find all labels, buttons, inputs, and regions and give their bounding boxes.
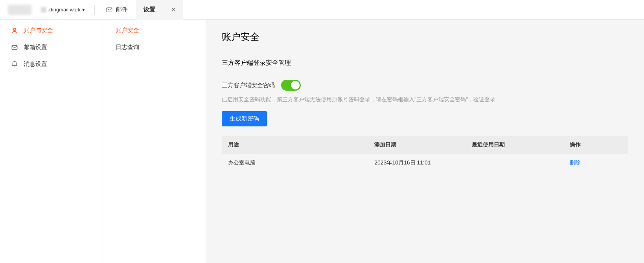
mail-icon (106, 6, 113, 13)
subnav-item-account-security[interactable]: 账户安全 (103, 22, 206, 39)
sidebar-secondary: 账户安全 日志查询 (103, 20, 206, 263)
th-purpose: 用途 (222, 136, 368, 154)
secure-password-toggle-row: 三方客户端安全密码 (222, 80, 628, 91)
svg-rect-0 (107, 7, 112, 12)
tab-mail[interactable]: 邮件 (98, 0, 136, 20)
table-row: 办公室电脑 2023年10月16日 11:01 删除 (222, 154, 628, 172)
tab-settings[interactable]: 设置 (136, 0, 163, 20)
cell-action: 删除 (563, 154, 628, 172)
cell-added: 2023年10月16日 11:01 (368, 154, 466, 172)
subnav-label: 账户安全 (116, 27, 139, 33)
main-layout: 账户与安全 邮箱设置 消息设置 账户安全 日志查询 账户安全 三方客户端登录安全… (0, 20, 644, 263)
chevron-down-icon: ▾ (82, 7, 85, 13)
tab-settings-label: 设置 (144, 6, 155, 13)
content-area: 账户安全 三方客户端登录安全管理 三方客户端安全密码 已启用安全密码功能，第三方… (206, 20, 644, 263)
svg-point-1 (13, 28, 16, 31)
cell-purpose: 办公室电脑 (222, 154, 368, 172)
cell-last-used (466, 154, 563, 172)
th-added: 添加日期 (368, 136, 466, 154)
toggle-knob (291, 81, 300, 89)
divider (94, 5, 95, 15)
sidebar-item-label: 账户与安全 (24, 27, 53, 34)
th-action: 操作 (563, 136, 628, 154)
sidebar-item-notification-settings[interactable]: 消息设置 (0, 56, 103, 73)
sidebar-item-account-security[interactable]: 账户与安全 (0, 22, 103, 39)
domain-text: .dingmail.work (48, 7, 81, 13)
tab-mail-label: 邮件 (116, 6, 128, 13)
sidebar-item-label: 消息设置 (24, 60, 47, 68)
secure-password-hint: 已启用安全密码功能，第三方客户端无法使用原账号密码登录，请在密码框输入"三方客户… (222, 96, 628, 103)
subnav-label: 日志查询 (116, 44, 139, 50)
section-title: 三方客户端登录安全管理 (222, 59, 628, 67)
domain-prefix-blur (41, 7, 46, 13)
table-header-row: 用途 添加日期 最近使用日期 操作 (222, 136, 628, 154)
generate-password-button[interactable]: 生成新密码 (222, 111, 267, 126)
domain-selector[interactable]: .dingmail.work ▾ (39, 7, 91, 13)
user-icon (11, 27, 18, 34)
close-icon: ✕ (171, 6, 176, 13)
topbar: .dingmail.work ▾ 邮件 设置 ✕ (0, 0, 644, 20)
logo-blur (8, 5, 31, 15)
toggle-label: 三方客户端安全密码 (222, 82, 275, 89)
subnav-item-log-query[interactable]: 日志查询 (103, 39, 206, 56)
logo (0, 0, 39, 20)
password-table: 用途 添加日期 最近使用日期 操作 办公室电脑 2023年10月16日 11:0… (222, 136, 628, 172)
sidebar-item-label: 邮箱设置 (24, 44, 47, 51)
page-title: 账户安全 (222, 31, 628, 43)
tab-settings-wrapper: 设置 ✕ (136, 0, 183, 20)
sidebar-primary: 账户与安全 邮箱设置 消息设置 (0, 20, 103, 263)
bell-icon (11, 61, 18, 68)
secure-password-toggle[interactable] (281, 80, 301, 91)
sidebar-item-mailbox-settings[interactable]: 邮箱设置 (0, 39, 103, 56)
mail-icon (11, 44, 18, 51)
delete-link[interactable]: 删除 (570, 159, 581, 166)
th-last-used: 最近使用日期 (466, 136, 563, 154)
tab-settings-close[interactable]: ✕ (163, 6, 183, 13)
